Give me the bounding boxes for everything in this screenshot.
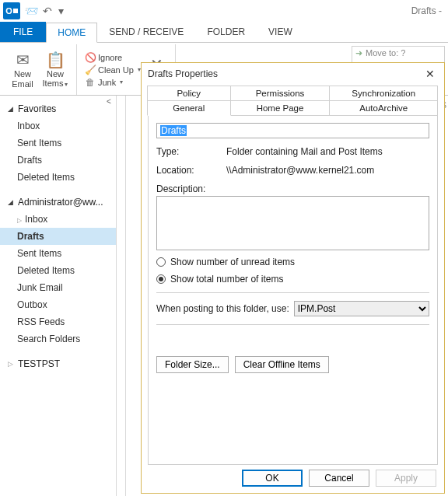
- junk-icon: 🗑: [85, 77, 96, 88]
- divider: [156, 324, 429, 325]
- send-receive-qat-icon[interactable]: 📨: [25, 5, 38, 17]
- window-title: Drafts -: [411, 5, 442, 16]
- message-list-pane: [117, 96, 126, 496]
- tab-send-receive[interactable]: SEND / RECEIVE: [97, 22, 195, 42]
- collapse-folder-pane-icon[interactable]: <: [103, 96, 115, 108]
- move-to-label: Move to: ?: [366, 48, 405, 58]
- close-icon[interactable]: ✕: [422, 66, 438, 82]
- radio-icon-selected: [156, 274, 166, 284]
- move-to-icon: ➜: [355, 48, 362, 58]
- outlook-app-icon: O: [3, 2, 20, 19]
- acct-rss-feeds[interactable]: RSS Feeds: [0, 313, 116, 330]
- junk-button[interactable]: 🗑Junk▾: [85, 77, 141, 88]
- tab-general[interactable]: General: [147, 100, 231, 116]
- radio-show-total[interactable]: Show total number of items: [156, 274, 429, 285]
- location-label: Location:: [156, 165, 226, 176]
- cleanup-icon: 🧹: [85, 65, 96, 75]
- acct-drafts[interactable]: Drafts: [0, 228, 116, 245]
- fav-deleted-items[interactable]: Deleted Items: [0, 169, 116, 186]
- acct-junk-email[interactable]: Junk Email: [0, 279, 116, 296]
- acct-sent-items[interactable]: Sent Items: [0, 245, 116, 262]
- tab-policy[interactable]: Policy: [147, 86, 231, 101]
- folder-size-button[interactable]: Folder Size...: [156, 356, 229, 373]
- fav-inbox[interactable]: Inbox: [0, 117, 116, 134]
- testpst-header[interactable]: ▷TESTPST: [0, 355, 116, 372]
- undo-icon[interactable]: ↶: [43, 5, 52, 17]
- cleanup-button[interactable]: 🧹Clean Up▾: [85, 65, 141, 75]
- dialog-footer: OK Cancel Apply: [242, 470, 436, 487]
- new-items-button[interactable]: 📋 New Items▾: [39, 46, 72, 93]
- tab-permissions[interactable]: Permissions: [230, 86, 331, 101]
- ribbon-group-new: ✉ New Email 📋 New Items▾: [2, 44, 77, 95]
- type-label: Type:: [156, 146, 226, 157]
- dialog-titlebar: Drafts Properties ✕: [142, 63, 444, 85]
- acct-inbox[interactable]: Inbox: [0, 211, 116, 228]
- tab-home-page[interactable]: Home Page: [230, 100, 331, 116]
- tab-home[interactable]: HOME: [46, 23, 97, 43]
- folder-pane: < ◢Favorites Inbox Sent Items Drafts Del…: [0, 96, 117, 496]
- quick-access-toolbar: 📨 ↶ ▾: [25, 5, 64, 17]
- favorites-header[interactable]: ◢Favorites: [0, 100, 116, 117]
- ignore-button[interactable]: 🚫Ignore: [85, 52, 141, 63]
- new-email-button[interactable]: ✉ New Email: [6, 46, 39, 93]
- folder-name-input[interactable]: Drafts: [156, 123, 429, 138]
- ok-button[interactable]: OK: [242, 470, 303, 487]
- collapse-icon: ▷: [8, 360, 15, 368]
- description-textarea[interactable]: [156, 196, 429, 250]
- posting-label: When posting to this folder, use:: [156, 303, 289, 314]
- account-header[interactable]: ◢Administrator@ww...: [0, 194, 116, 211]
- new-items-icon: 📋: [44, 51, 66, 69]
- location-value: \\Administrator@www.kernel21.com: [226, 165, 429, 176]
- divider: [156, 292, 429, 293]
- fav-drafts[interactable]: Drafts: [0, 152, 116, 169]
- tab-panel-general: Drafts Type: Folder containing Mail and …: [148, 115, 438, 465]
- drafts-properties-dialog: Drafts Properties ✕ Policy Permissions S…: [141, 62, 445, 494]
- ignore-icon: 🚫: [85, 52, 96, 63]
- fav-sent-items[interactable]: Sent Items: [0, 134, 116, 152]
- radio-icon: [156, 257, 166, 267]
- description-label: Description:: [156, 183, 429, 194]
- tab-file[interactable]: FILE: [0, 22, 46, 42]
- cancel-button[interactable]: Cancel: [309, 470, 369, 487]
- tab-view[interactable]: VIEW: [257, 22, 304, 42]
- acct-outbox[interactable]: Outbox: [0, 296, 116, 313]
- posting-select[interactable]: IPM.Post: [294, 301, 429, 316]
- expand-icon: ◢: [8, 105, 15, 113]
- dialog-tabs-row1: Policy Permissions Synchronization Gener…: [148, 86, 438, 116]
- tab-synchronization[interactable]: Synchronization: [329, 86, 438, 101]
- acct-deleted-items[interactable]: Deleted Items: [0, 262, 116, 279]
- new-email-icon: ✉: [12, 51, 33, 69]
- tab-folder[interactable]: FOLDER: [195, 22, 257, 42]
- dialog-title: Drafts Properties: [148, 68, 218, 79]
- title-bar: O 📨 ↶ ▾ Drafts -: [0, 0, 448, 22]
- tab-autoarchive[interactable]: AutoArchive: [329, 100, 438, 116]
- qat-customize-icon[interactable]: ▾: [58, 5, 64, 17]
- acct-search-folders[interactable]: Search Folders: [0, 330, 116, 348]
- clear-offline-items-button[interactable]: Clear Offline Items: [235, 356, 329, 373]
- expand-icon: ◢: [8, 198, 15, 206]
- apply-button: Apply: [376, 470, 436, 487]
- ribbon-tabs: FILE HOME SEND / RECEIVE FOLDER VIEW: [0, 22, 448, 42]
- type-value: Folder containing Mail and Post Items: [226, 146, 429, 157]
- radio-show-unread[interactable]: Show number of unread items: [156, 257, 429, 267]
